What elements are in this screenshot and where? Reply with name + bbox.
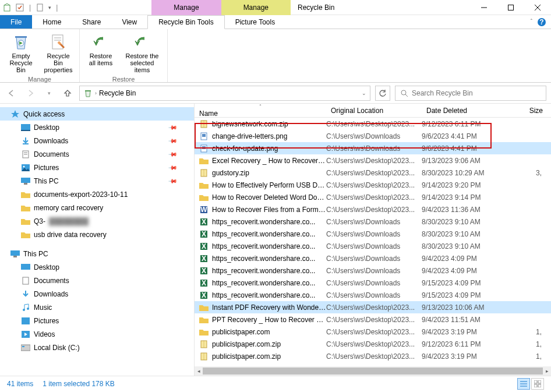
maximize-button[interactable] bbox=[497, 0, 524, 15]
file-row[interactable]: publicistpaper.com.zipC:\Users\ws\Deskto… bbox=[195, 350, 551, 362]
item-count: 41 items bbox=[7, 380, 33, 388]
share-tab[interactable]: Share bbox=[72, 15, 111, 29]
file-row[interactable]: WHow to Recover Files from a Forma...C:\… bbox=[195, 203, 551, 216]
file-row[interactable]: Xhttps_recoverit.wondershare.co...C:\Use… bbox=[195, 240, 551, 252]
forward-button[interactable] bbox=[23, 86, 37, 100]
nav-quick-access[interactable]: Quick access bbox=[0, 107, 194, 121]
nav-pictures-2[interactable]: Pictures bbox=[0, 314, 194, 327]
view-tab[interactable]: View bbox=[111, 15, 147, 29]
file-row[interactable]: Xhttps_recoverit.wondershare.co...C:\Use… bbox=[195, 228, 551, 240]
close-button[interactable] bbox=[524, 0, 551, 15]
svg-line-16 bbox=[405, 94, 408, 97]
scroll-right-icon[interactable]: ▸ bbox=[543, 366, 551, 376]
qat-dropdown-icon[interactable]: ▾ bbox=[48, 5, 51, 10]
list-body[interactable]: bignewsnetwork.com.zipC:\Users\ws\Deskto… bbox=[195, 118, 551, 366]
navigation-pane[interactable]: Quick access Desktop📌 Downloads📌 Documen… bbox=[0, 104, 195, 376]
file-row[interactable]: publicistpaper.com.zipC:\Users\ws\Deskto… bbox=[195, 338, 551, 350]
recycle-bin-breadcrumb-icon bbox=[83, 89, 93, 98]
up-button[interactable] bbox=[61, 86, 75, 100]
new-qat-icon[interactable] bbox=[36, 3, 45, 12]
file-row[interactable]: How to Effectively Perform USB Da...C:\U… bbox=[195, 179, 551, 191]
chevron-right-icon[interactable]: › bbox=[95, 90, 97, 96]
ribbon-minimize-icon[interactable]: ˆ bbox=[531, 19, 532, 25]
details-view-button[interactable] bbox=[517, 378, 530, 390]
svg-text:X: X bbox=[202, 230, 206, 238]
recycle-bin-tools-tab[interactable]: Recycle Bin Tools bbox=[147, 15, 225, 29]
word-icon: W bbox=[199, 205, 209, 214]
contextual-tab-manage-yellow[interactable]: Manage bbox=[221, 0, 291, 15]
breadcrumb[interactable]: › Recycle Bin ⌄ bbox=[79, 86, 370, 101]
help-icon[interactable]: ? bbox=[537, 17, 546, 27]
file-row[interactable]: PPT Recovery _ How to Recover Un...C:\Us… bbox=[195, 313, 551, 326]
column-original-location[interactable]: Original Location bbox=[326, 107, 422, 115]
nav-videos[interactable]: Videos bbox=[0, 327, 194, 341]
nav-folder-documents-export[interactable]: documents-export-2023-10-11 bbox=[0, 188, 194, 201]
file-row[interactable]: Excel Recovery _ How to Recover U...C:\U… bbox=[195, 154, 551, 167]
file-row[interactable]: Xhttps_recoverit.wondershare.co...C:\Use… bbox=[195, 277, 551, 289]
thumbnails-view-button[interactable] bbox=[531, 378, 544, 390]
list-header: ˆ Name Original Location Date Deleted Si… bbox=[195, 104, 551, 118]
column-name[interactable]: ˆ Name bbox=[195, 104, 326, 118]
file-row[interactable]: publicistpaper.comC:\Users\ws\Desktop\20… bbox=[195, 326, 551, 338]
back-button[interactable] bbox=[5, 86, 19, 100]
svg-rect-36 bbox=[22, 346, 24, 347]
empty-recycle-bin-button[interactable]: Empty Recycle Bin bbox=[2, 30, 40, 76]
scroll-left-icon[interactable]: ◂ bbox=[195, 366, 203, 376]
nav-desktop-2[interactable]: Desktop bbox=[0, 260, 194, 274]
contextual-tab-manage-pink[interactable]: Manage bbox=[151, 0, 221, 15]
nav-thispc[interactable]: This PC bbox=[0, 247, 194, 260]
file-row[interactable]: How to Recover Deleted Word Doc...C:\Use… bbox=[195, 191, 551, 203]
file-row[interactable]: check-for-update.pngC:\Users\ws\Download… bbox=[195, 142, 551, 154]
search-box[interactable] bbox=[395, 86, 546, 101]
restore-all-items-button[interactable]: Restore all items bbox=[82, 30, 119, 76]
file-row[interactable]: bignewsnetwork.com.zipC:\Users\ws\Deskto… bbox=[195, 118, 551, 130]
nav-desktop[interactable]: Desktop📌 bbox=[0, 121, 194, 134]
file-row[interactable]: Xhttps_recoverit.wondershare.co...C:\Use… bbox=[195, 216, 551, 228]
scrollbar-thumb[interactable] bbox=[203, 368, 543, 375]
file-original-location: C:\Users\ws\Desktop\2023... bbox=[326, 206, 422, 214]
horizontal-scrollbar[interactable]: ◂ ▸ bbox=[195, 366, 551, 376]
file-name: How to Recover Deleted Word Doc... bbox=[212, 193, 326, 202]
nav-music[interactable]: Music bbox=[0, 301, 194, 314]
file-row[interactable]: gudstory.zipC:\Users\ws\Desktop\2023...8… bbox=[195, 167, 551, 179]
breadcrumb-dropdown-icon[interactable]: ⌄ bbox=[362, 90, 366, 96]
nav-local-disk-c[interactable]: Local Disk (C:) bbox=[0, 341, 194, 354]
picture-tools-tab[interactable]: Picture Tools bbox=[225, 15, 285, 29]
file-original-location: C:\Users\ws\Desktop\2023... bbox=[326, 316, 422, 324]
restore-selected-items-button[interactable]: Restore the selected items bbox=[119, 30, 165, 76]
file-row[interactable]: Xhttps_recoverit.wondershare.co...C:\Use… bbox=[195, 252, 551, 264]
excel-icon: X bbox=[199, 254, 209, 263]
recycle-bin-properties-button[interactable]: Recycle Bin properties bbox=[40, 30, 77, 76]
nav-folder-q3[interactable]: Q3-████████ bbox=[0, 214, 194, 228]
refresh-button[interactable] bbox=[375, 86, 390, 101]
svg-text:X: X bbox=[202, 291, 206, 299]
nav-downloads[interactable]: Downloads📌 bbox=[0, 134, 194, 147]
file-name: https_recoverit.wondershare.co... bbox=[212, 255, 326, 263]
file-row[interactable]: Instant PDF Recovery with Wonder...C:\Us… bbox=[195, 301, 551, 313]
recent-locations-button[interactable]: ▾ bbox=[42, 86, 56, 100]
column-date-deleted[interactable]: Date Deleted bbox=[422, 107, 513, 115]
column-size[interactable]: Size bbox=[513, 107, 548, 115]
file-tab[interactable]: File bbox=[0, 15, 32, 29]
nav-documents-2[interactable]: Documents bbox=[0, 274, 194, 287]
file-name: https_recoverit.wondershare.co... bbox=[212, 230, 326, 238]
minimize-button[interactable] bbox=[471, 0, 497, 15]
nav-thispc-pinned[interactable]: This PC📌 bbox=[0, 174, 194, 188]
file-row[interactable]: Xhttps_recoverit.wondershare.co...C:\Use… bbox=[195, 264, 551, 277]
search-input[interactable] bbox=[412, 89, 541, 97]
nav-folder-memory-card[interactable]: memory card recovery bbox=[0, 201, 194, 214]
nav-documents[interactable]: Documents📌 bbox=[0, 147, 194, 161]
breadcrumb-location[interactable]: Recycle Bin bbox=[99, 89, 136, 97]
file-size: 1, bbox=[513, 340, 542, 348]
properties-qat-icon[interactable] bbox=[15, 3, 24, 12]
file-row[interactable]: Xhttps_recoverit.wondershare.co...C:\Use… bbox=[195, 289, 551, 301]
selection-info: 1 item selected 178 KB bbox=[43, 380, 114, 388]
nav-folder-usb-recovery[interactable]: usb drive data recovery bbox=[0, 228, 194, 241]
thispc-icon bbox=[10, 249, 20, 259]
nav-downloads-2[interactable]: Downloads bbox=[0, 287, 194, 301]
nav-pictures[interactable]: Pictures📌 bbox=[0, 161, 194, 174]
folder-icon bbox=[21, 203, 30, 213]
file-row[interactable]: change-drive-letters.pngC:\Users\ws\Down… bbox=[195, 130, 551, 142]
home-tab[interactable]: Home bbox=[32, 15, 72, 29]
svg-text:X: X bbox=[202, 267, 206, 275]
